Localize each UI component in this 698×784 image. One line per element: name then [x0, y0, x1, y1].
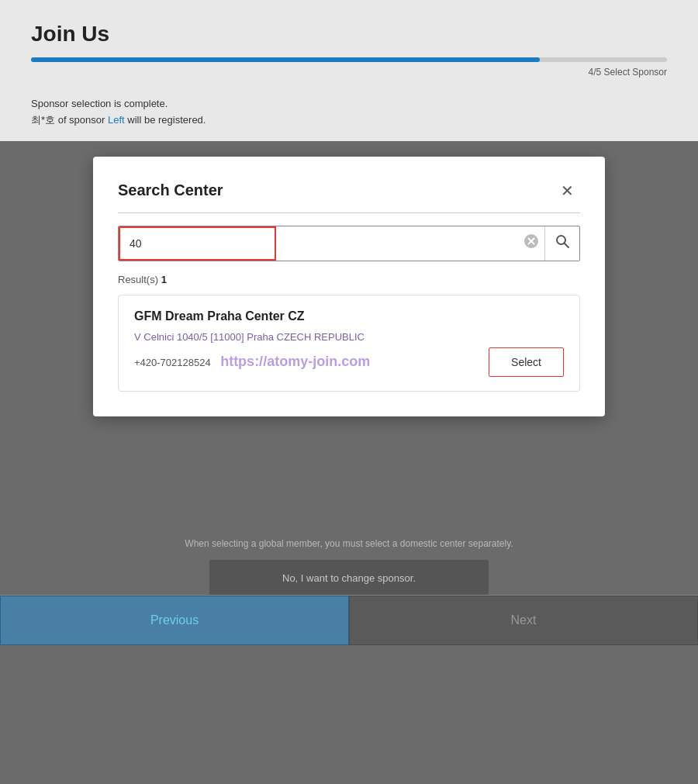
progress-label: 4/5 Select Sponsor	[31, 67, 667, 78]
previous-button[interactable]: Previous	[0, 596, 349, 645]
search-clear-button[interactable]	[518, 234, 544, 252]
sponsor-line2-prefix: 최*호 of sponsor	[31, 114, 108, 126]
result-phone-area: +420-702128524 https://atomy-join.com	[134, 354, 489, 370]
below-modal-notice: When selecting a global member, you must…	[93, 537, 605, 551]
footer-buttons: Previous Next	[0, 595, 698, 645]
svg-line-4	[565, 243, 568, 247]
results-label: Result(s) 1	[118, 274, 580, 285]
modal-close-button[interactable]: ✕	[555, 178, 580, 203]
page-title: Join Us	[31, 22, 667, 57]
modal-title: Search Center	[118, 181, 223, 199]
sponsor-line1: Sponsor selection is complete.	[31, 96, 667, 112]
select-button[interactable]: Select	[489, 347, 564, 377]
search-icon	[555, 233, 570, 249]
below-modal: When selecting a global member, you must…	[93, 537, 605, 596]
clear-icon	[524, 234, 538, 248]
next-button[interactable]: Next	[349, 596, 698, 645]
main-content: Search Center ✕	[0, 141, 698, 645]
sponsor-link[interactable]: Left	[108, 114, 125, 126]
search-input-rest[interactable]	[276, 226, 518, 261]
search-input-container	[118, 226, 580, 261]
result-card-bottom: +420-702128524 https://atomy-join.com Se…	[134, 347, 564, 377]
result-card: GFM Dream Praha Center CZ V Celnici 1040…	[118, 295, 580, 392]
result-name: GFM Dream Praha Center CZ	[134, 309, 564, 323]
sponsor-line2-suffix: will be registered.	[125, 114, 206, 126]
search-input[interactable]	[119, 226, 276, 261]
results-count: 1	[161, 274, 167, 285]
search-center-modal: Search Center ✕	[93, 157, 605, 416]
modal-divider	[118, 212, 580, 213]
search-button[interactable]	[544, 226, 579, 261]
sponsor-line2: 최*호 of sponsor Left will be registered.	[31, 112, 667, 129]
result-phone: +420-702128524	[134, 357, 211, 368]
progress-bar-container	[31, 57, 667, 62]
watermark: https://atomy-join.com	[220, 354, 370, 369]
sponsor-info: Sponsor selection is complete. 최*호 of sp…	[0, 87, 698, 141]
modal-header: Search Center ✕	[118, 178, 580, 203]
progress-bar-fill	[31, 57, 540, 62]
result-address: V Celnici 1040/5 [11000] Praha CZECH REP…	[134, 331, 564, 343]
change-sponsor-button[interactable]: No, I want to change sponsor.	[209, 560, 489, 596]
